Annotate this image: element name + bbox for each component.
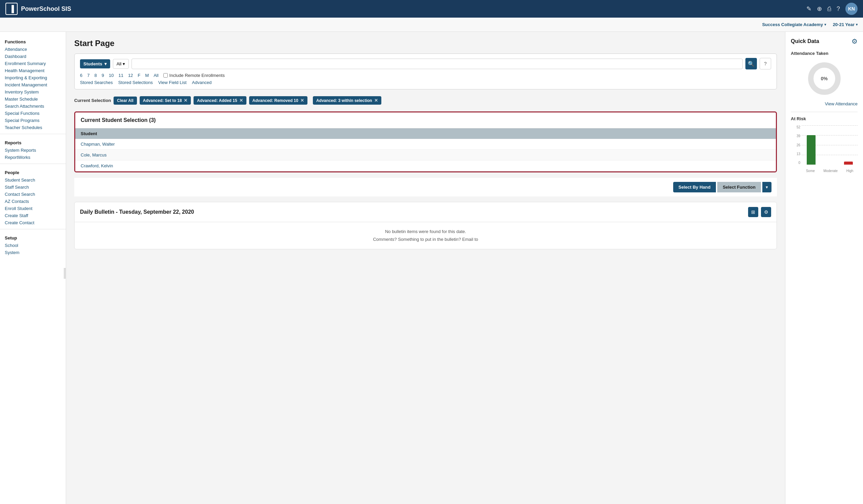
sidebar-item-contact-search[interactable]: Contact Search (0, 191, 66, 198)
sidebar-item-special-programs[interactable]: Special Programs (0, 117, 66, 124)
sidebar-item-special-functions[interactable]: Special Functions (0, 110, 66, 117)
sidebar-item-reportworks[interactable]: ReportWorks (0, 154, 66, 161)
tag-advanced-within[interactable]: Advanced: 3 within selection ✕ (313, 96, 382, 105)
bulletin-settings-button[interactable]: ⚙ (761, 207, 771, 217)
table-row[interactable]: Chapman, Walter (75, 139, 776, 150)
top-navigation: ▐ PowerSchool SIS ✎ ⊕ ⎙ ? KN (0, 0, 863, 17)
y-label-26: 26 (797, 143, 800, 147)
sidebar-item-school[interactable]: School (0, 242, 66, 249)
bar-high-value (844, 161, 853, 165)
edit-icon[interactable]: ✎ (806, 5, 812, 13)
donut-percent-label: 0% (821, 76, 827, 81)
student-selection-header: Current Student Selection (3) (75, 113, 776, 128)
all-dropdown[interactable]: All ▾ (113, 59, 129, 69)
bar-some (807, 125, 815, 165)
sidebar-item-enrollment-summary[interactable]: Enrollment Summary (0, 60, 66, 67)
bars-container (802, 125, 858, 165)
bulletin-calculator-button[interactable]: ⊞ (748, 207, 758, 217)
school-selector[interactable]: Success Collegiate Academy ▾ (762, 22, 826, 27)
sidebar-item-enroll-student[interactable]: Enroll Student (0, 205, 66, 212)
quick-data-gear-button[interactable]: ⚙ (851, 37, 858, 46)
search-row: Students ▾ All ▾ 🔍 ? (80, 58, 771, 69)
print-icon[interactable]: ⎙ (827, 5, 831, 13)
search-button[interactable]: 🔍 (746, 58, 757, 69)
table-row[interactable]: Crawford, Kelvin (75, 160, 776, 171)
sidebar-item-az-contacts[interactable]: AZ Contacts (0, 198, 66, 205)
sidebar-item-create-contact[interactable]: Create Contact (0, 219, 66, 226)
people-section-title: People (0, 167, 66, 177)
select-by-hand-button[interactable]: Select By Hand (673, 182, 716, 192)
sidebar-item-dashboard[interactable]: Dashboard (0, 53, 66, 60)
sidebar-item-master-schedule[interactable]: Master Schedule (0, 95, 66, 103)
sidebar-item-incident-management[interactable]: Incident Management (0, 81, 66, 88)
sidebar-collapse-button[interactable]: ‹ (64, 268, 66, 279)
include-remote-checkbox[interactable] (163, 73, 168, 78)
sidebar-item-inventory-system[interactable]: Inventory System (0, 88, 66, 95)
stored-searches-link[interactable]: Stored Searches (80, 80, 113, 85)
grade-12[interactable]: 12 (128, 73, 133, 78)
sidebar-item-attendance[interactable]: Attendance (0, 46, 66, 53)
select-dropdown-button[interactable]: ▾ (762, 182, 772, 192)
tag-x-icon[interactable]: ✕ (239, 98, 243, 103)
sidebar-item-create-staff[interactable]: Create Staff (0, 212, 66, 219)
year-selector[interactable]: 20-21 Year ▾ (833, 22, 858, 27)
grade-all[interactable]: All (153, 73, 158, 78)
sidebar-item-student-search[interactable]: Student Search (0, 177, 66, 184)
view-attendance-link[interactable]: View Attendance (791, 101, 858, 106)
student-selection-box: Current Student Selection (3) Student Ch… (74, 112, 777, 172)
chevron-down-icon: ▾ (104, 61, 107, 66)
tag-x-icon[interactable]: ✕ (300, 98, 304, 103)
students-dropdown[interactable]: Students ▾ (80, 59, 110, 68)
help-icon: ? (764, 61, 767, 66)
advanced-link[interactable]: Advanced (192, 80, 212, 85)
student-name[interactable]: Cole, Marcus (75, 150, 776, 160)
tag-x-icon[interactable]: ✕ (184, 98, 187, 103)
page-title: Start Page (74, 39, 777, 48)
search-help-button[interactable]: ? (760, 58, 771, 69)
sidebar-item-health-management[interactable]: Health Management (0, 67, 66, 74)
bulletin-no-items: No bulletin items were found for this da… (80, 228, 771, 235)
chart-area (802, 125, 858, 165)
sidebar-item-teacher-schedules[interactable]: Teacher Schedules (0, 124, 66, 131)
include-remote-label[interactable]: Include Remote Enrollments (163, 73, 225, 78)
tag-x-icon[interactable]: ✕ (374, 98, 378, 103)
grade-filter-row: 6 7 8 9 10 11 12 F M All Include Remote … (80, 73, 771, 78)
grade-11[interactable]: 11 (118, 73, 123, 78)
tag-advanced-set[interactable]: Advanced: Set to 18 ✕ (140, 96, 191, 105)
chevron-down-icon: ▾ (766, 185, 768, 190)
y-label-13: 13 (797, 152, 800, 156)
grade-8[interactable]: 8 (94, 73, 97, 78)
x-label-moderate: Moderate (823, 169, 838, 173)
help-icon[interactable]: ? (837, 5, 840, 13)
student-name[interactable]: Crawford, Kelvin (75, 160, 776, 171)
select-function-button[interactable]: Select Function (717, 182, 761, 192)
student-name[interactable]: Chapman, Walter (75, 139, 776, 150)
bulletin-content: No bulletin items were found for this da… (75, 222, 777, 249)
quick-data-header: Quick Data ⚙ (791, 37, 858, 46)
table-row[interactable]: Cole, Marcus (75, 150, 776, 160)
grade-f[interactable]: F (138, 73, 140, 78)
sidebar-item-staff-search[interactable]: Staff Search (0, 184, 66, 191)
sidebar-item-search-attachments[interactable]: Search Attachments (0, 103, 66, 110)
student-table: Student Chapman, Walter Cole, Marcus Cra… (75, 128, 776, 171)
tag-advanced-removed[interactable]: Advanced: Removed 10 ✕ (249, 96, 308, 105)
search-icon: 🔍 (748, 61, 754, 67)
grade-10[interactable]: 10 (109, 73, 114, 78)
tag-advanced-added[interactable]: Advanced: Added 15 ✕ (193, 96, 246, 105)
functions-section-title: Functions (0, 36, 66, 46)
stored-selections-link[interactable]: Stored Selections (118, 80, 153, 85)
y-label-52: 52 (797, 125, 800, 129)
sidebar-item-system[interactable]: System (0, 249, 66, 256)
search-input[interactable] (132, 59, 743, 69)
sidebar-item-system-reports[interactable]: System Reports (0, 147, 66, 154)
alert-icon[interactable]: ⊕ (817, 5, 822, 13)
grade-6[interactable]: 6 (80, 73, 83, 78)
grade-9[interactable]: 9 (102, 73, 104, 78)
grade-m[interactable]: M (145, 73, 149, 78)
sidebar-item-importing-exporting[interactable]: Importing & Exporting (0, 74, 66, 81)
grade-7[interactable]: 7 (87, 73, 89, 78)
clear-all-button[interactable]: Clear All (114, 96, 137, 105)
quick-data-panel: Quick Data ⚙ Attendance Taken 0% View At… (785, 32, 863, 504)
user-avatar[interactable]: KN (846, 3, 858, 15)
view-field-list-link[interactable]: View Field List (158, 80, 187, 85)
